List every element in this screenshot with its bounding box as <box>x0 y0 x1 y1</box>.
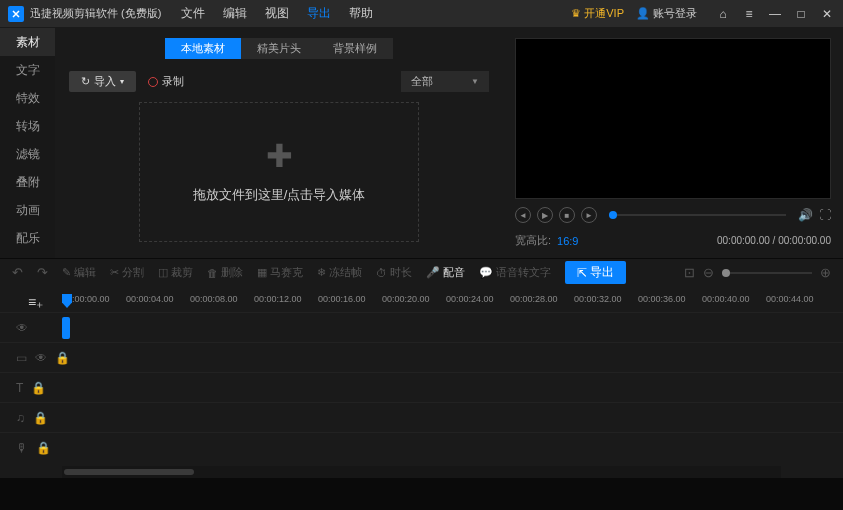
timeline: ≡₊ 00:00:00.00 00:00:04.00 00:00:08.00 0… <box>0 286 843 478</box>
audio-track[interactable]: ♫ 🔒 <box>0 402 843 432</box>
progress-thumb[interactable] <box>609 211 617 219</box>
time-ruler[interactable]: ≡₊ 00:00:00.00 00:00:04.00 00:00:08.00 0… <box>0 294 843 312</box>
left-sidebar: 素材 文字 特效 转场 滤镜 叠附 动画 配乐 <box>0 28 55 258</box>
home-icon[interactable]: ⌂ <box>715 7 731 21</box>
time-tick: 00:00:40.00 <box>702 294 766 312</box>
mic-icon[interactable]: 🎙 <box>16 441 28 455</box>
audio-button[interactable]: 🎤配音 <box>426 265 465 280</box>
track-body[interactable] <box>62 403 843 432</box>
eye-icon[interactable]: 👁 <box>35 351 47 365</box>
sidebar-item-filter[interactable]: 滤镜 <box>0 140 55 168</box>
category-select[interactable]: 全部 ▼ <box>401 71 489 92</box>
app-title: 迅捷视频剪辑软件 (免费版) <box>30 6 161 21</box>
volume-icon[interactable]: 🔊 <box>798 208 813 222</box>
snowflake-icon: ❄ <box>317 266 326 279</box>
record-label: 录制 <box>162 74 184 89</box>
menu-edit[interactable]: 编辑 <box>223 5 247 22</box>
duration-button[interactable]: ⏱时长 <box>376 265 412 280</box>
lock-icon[interactable]: 🔒 <box>33 411 48 425</box>
aspect-row: 宽高比: 16:9 00:00:00.00 / 00:00:00.00 <box>515 233 831 248</box>
time-tick: 00:00:28.00 <box>510 294 574 312</box>
text-track[interactable]: T 🔒 <box>0 372 843 402</box>
horizontal-scrollbar[interactable] <box>62 466 781 478</box>
stop-button[interactable]: ■ <box>559 207 575 223</box>
timecode: 00:00:00.00 / 00:00:00.00 <box>717 235 831 246</box>
menu-view[interactable]: 视图 <box>265 5 289 22</box>
add-track-button[interactable]: ≡₊ <box>28 294 43 310</box>
video-track[interactable]: 👁 <box>0 312 843 342</box>
track-head: ♫ 🔒 <box>0 411 62 425</box>
undo-button[interactable]: ↶ <box>12 265 23 280</box>
tab-intro[interactable]: 精美片头 <box>241 38 317 59</box>
voice-track[interactable]: 🎙 🔒 <box>0 432 843 462</box>
track-body[interactable] <box>62 313 843 342</box>
track-body[interactable] <box>62 373 843 402</box>
video-preview[interactable] <box>515 38 831 199</box>
sidebar-item-transition[interactable]: 转场 <box>0 112 55 140</box>
login-button[interactable]: 👤 账号登录 <box>636 6 697 21</box>
track-head: 🎙 🔒 <box>0 441 62 455</box>
sidebar-item-overlay[interactable]: 叠附 <box>0 168 55 196</box>
crop-button[interactable]: ◫裁剪 <box>158 265 193 280</box>
track-body[interactable] <box>62 433 843 462</box>
maximize-icon[interactable]: □ <box>793 7 809 21</box>
menu-export[interactable]: 导出 <box>307 5 331 22</box>
lock-icon[interactable]: 🔒 <box>31 381 46 395</box>
category-value: 全部 <box>411 74 433 89</box>
import-button[interactable]: ↻ 导入 ▾ <box>69 71 136 92</box>
chevron-down-icon: ▾ <box>120 77 124 86</box>
sidebar-item-media[interactable]: 素材 <box>0 28 55 56</box>
text-icon[interactable]: T <box>16 381 23 395</box>
export-button[interactable]: ⇱导出 <box>565 261 626 284</box>
clip-marker[interactable] <box>62 317 70 339</box>
login-label: 账号登录 <box>653 6 697 21</box>
titlebar: 迅捷视频剪辑软件 (免费版) 文件 编辑 视图 导出 帮助 ♛ 开通VIP 👤 … <box>0 0 843 28</box>
vip-button[interactable]: ♛ 开通VIP <box>571 6 624 21</box>
sidebar-item-text[interactable]: 文字 <box>0 56 55 84</box>
lock-icon[interactable]: 🔒 <box>36 441 51 455</box>
preview-panel: ◄ ▶ ■ ► 🔊 ⛶ 宽高比: 16:9 00:00:00.00 / 00:0… <box>503 28 843 258</box>
menu-file[interactable]: 文件 <box>181 5 205 22</box>
mic-icon: 🎤 <box>426 266 440 279</box>
progress-bar[interactable] <box>609 214 786 216</box>
record-button[interactable]: 录制 <box>148 74 184 89</box>
crop-icon: ◫ <box>158 266 168 279</box>
redo-button[interactable]: ↷ <box>37 265 48 280</box>
refresh-icon: ↻ <box>81 75 90 88</box>
freeze-button[interactable]: ❄冻结帧 <box>317 265 362 280</box>
eye-icon[interactable]: 👁 <box>16 321 28 335</box>
close-icon[interactable]: ✕ <box>819 7 835 21</box>
speech-button[interactable]: 💬语音转文字 <box>479 265 551 280</box>
zoom-slider[interactable] <box>722 272 812 274</box>
dropzone[interactable]: ✚ 拖放文件到这里/点击导入媒体 <box>139 102 419 242</box>
menu-help[interactable]: 帮助 <box>349 5 373 22</box>
prev-frame-button[interactable]: ◄ <box>515 207 531 223</box>
aspect-value[interactable]: 16:9 <box>557 235 578 247</box>
sidebar-item-effects[interactable]: 特效 <box>0 84 55 112</box>
scrollbar-thumb[interactable] <box>64 469 194 475</box>
sidebar-item-music[interactable]: 配乐 <box>0 224 55 252</box>
split-button[interactable]: ✂分割 <box>110 265 144 280</box>
sidebar-item-animation[interactable]: 动画 <box>0 196 55 224</box>
play-button[interactable]: ▶ <box>537 207 553 223</box>
main-area: 素材 文字 特效 转场 滤镜 叠附 动画 配乐 本地素材 精美片头 背景样例 ↻… <box>0 28 843 258</box>
tab-local[interactable]: 本地素材 <box>165 38 241 59</box>
mosaic-button[interactable]: ▦马赛克 <box>257 265 303 280</box>
film-icon[interactable]: ▭ <box>16 351 27 365</box>
media-panel: 本地素材 精美片头 背景样例 ↻ 导入 ▾ 录制 全部 ▼ ✚ 拖放文件到这里/… <box>55 28 503 258</box>
menu-icon[interactable]: ≡ <box>741 7 757 21</box>
zoom-thumb[interactable] <box>722 269 730 277</box>
minimize-icon[interactable]: — <box>767 7 783 21</box>
time-tick: 00:00:32.00 <box>574 294 638 312</box>
video-track-2[interactable]: ▭ 👁 🔒 <box>0 342 843 372</box>
tab-background[interactable]: 背景样例 <box>317 38 393 59</box>
delete-button[interactable]: 🗑删除 <box>207 265 243 280</box>
track-body[interactable] <box>62 343 843 372</box>
fullscreen-icon[interactable]: ⛶ <box>819 208 831 222</box>
fit-icon[interactable]: ⊡ <box>684 265 695 280</box>
zoom-out-icon[interactable]: ⊖ <box>703 265 714 280</box>
next-frame-button[interactable]: ► <box>581 207 597 223</box>
zoom-in-icon[interactable]: ⊕ <box>820 265 831 280</box>
edit-button[interactable]: ✎编辑 <box>62 265 96 280</box>
music-icon[interactable]: ♫ <box>16 411 25 425</box>
